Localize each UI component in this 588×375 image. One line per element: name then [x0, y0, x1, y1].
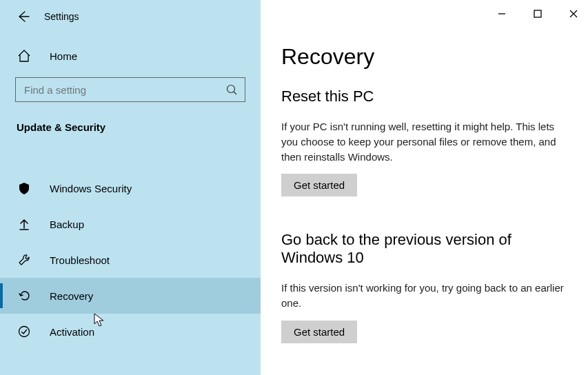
search-box[interactable] — [15, 77, 245, 102]
svg-point-0 — [227, 85, 235, 93]
home-link[interactable]: Home — [0, 23, 261, 63]
wrench-icon — [17, 252, 32, 267]
back-icon[interactable] — [17, 10, 30, 23]
home-icon — [17, 48, 32, 63]
sidebar-item-windows-security[interactable]: Windows Security — [0, 170, 261, 206]
sidebar-item-label: Troubleshoot — [50, 254, 110, 266]
close-button[interactable] — [563, 6, 584, 22]
reset-get-started-button[interactable]: Get started — [281, 174, 357, 196]
svg-rect-4 — [534, 10, 541, 17]
home-label: Home — [50, 50, 77, 62]
goback-body: If this version isn't working for you, t… — [281, 281, 567, 311]
sidebar-item-activation[interactable]: Activation — [0, 314, 261, 349]
sidebar-menu: Windows Security Backup Troubleshoot Rec… — [0, 170, 261, 349]
reset-body: If your PC isn't running well, resetting… — [281, 119, 567, 164]
window-title: Settings — [44, 11, 79, 22]
sidebar-header: Settings — [0, 0, 261, 23]
window-controls — [491, 6, 584, 22]
sidebar-item-label: Recovery — [50, 290, 93, 302]
goback-get-started-button[interactable]: Get started — [281, 321, 357, 343]
cursor-icon — [94, 313, 105, 328]
sidebar-item-backup[interactable]: Backup — [0, 206, 261, 242]
sidebar-item-recovery[interactable]: Recovery — [0, 278, 261, 314]
sidebar-item-label: Backup — [50, 219, 84, 230]
svg-line-1 — [234, 92, 236, 94]
shield-icon — [17, 181, 32, 196]
minimize-button[interactable] — [491, 6, 512, 22]
sidebar: Settings Home Update & Security Windows … — [0, 0, 261, 375]
page-title: Recovery — [281, 44, 567, 70]
search-icon — [225, 83, 238, 96]
backup-icon — [17, 216, 32, 232]
sidebar-group-title: Update & Security — [0, 102, 261, 133]
svg-point-2 — [19, 327, 30, 337]
search-input[interactable] — [23, 83, 225, 97]
maximize-button[interactable] — [527, 6, 548, 22]
goback-heading: Go back to the previous version of Windo… — [281, 231, 567, 267]
sidebar-item-troubleshoot[interactable]: Troubleshoot — [0, 242, 261, 278]
recovery-icon — [17, 288, 32, 303]
reset-heading: Reset this PC — [281, 88, 567, 105]
sidebar-item-label: Activation — [50, 326, 94, 338]
sidebar-item-label: Windows Security — [50, 183, 132, 194]
check-circle-icon — [17, 324, 32, 339]
main-content: Recovery Reset this PC If your PC isn't … — [261, 0, 588, 375]
